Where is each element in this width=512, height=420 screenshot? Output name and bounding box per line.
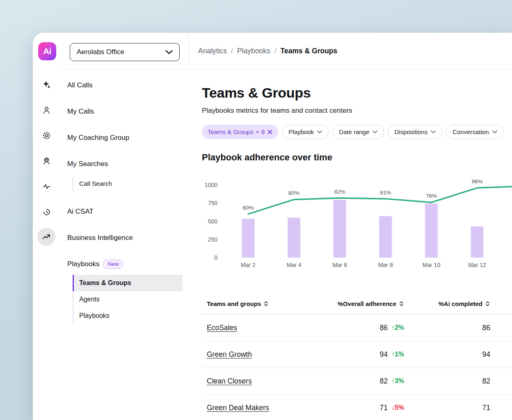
header-divider [189,33,189,69]
ai-completed-cell: 71 [404,404,490,412]
team-link[interactable]: Clean Closers [207,377,252,385]
sidebar-item-playbooks[interactable]: Playbooks New [67,257,123,272]
table-body: EcoSales86↑2%86Green Growth94↑1%94Clean … [202,315,512,420]
adherence-cell: 82↑3% [318,377,404,386]
breadcrumb: Analytics / Playbooks / Teams & Groups [198,33,337,69]
breadcrumb-current: Teams & Groups [281,47,338,55]
svg-text:0: 0 [214,254,217,261]
team-cell: Clean Closers [202,377,318,386]
chip-label: Dispositions [394,128,427,135]
headset-icon[interactable] [41,156,51,166]
chip-label: Date range [339,128,369,135]
sort-icon [399,301,404,307]
sidebar-item-call-search[interactable]: Call Search [73,176,183,192]
chip-label: Playbook [288,128,314,135]
chevron-down-icon [317,130,322,133]
column-label: %Ai completed [438,300,482,307]
adherence-change: ↑2% [391,324,404,331]
adherence-value: 86 [379,324,387,332]
svg-text:Mar 10: Mar 10 [423,262,441,268]
table-row: Green Deal Makers71↓5%71 [202,395,512,420]
svg-text:81%: 81% [380,189,391,196]
breadcrumb-analytics[interactable]: Analytics [198,47,227,55]
close-icon[interactable] [267,130,272,135]
svg-text:76%: 76% [426,193,437,199]
adherence-cell: 71↓5% [318,404,404,412]
sidebar-item-my-searches[interactable]: My Searches [67,157,108,171]
svg-text:96%: 96% [471,179,482,185]
sidebar-subgroup-playbooks: Teams & Groups Agents Playbooks [73,275,183,325]
sidebar-item-teams-groups[interactable]: Teams & Groups [73,275,183,291]
filter-date-range[interactable]: Date range [332,125,384,139]
sort-ai-completed-button[interactable]: %Ai completed [404,300,490,307]
filter-bar: Teams & Groups • 8 Playbook Date range D… [202,125,512,139]
chevron-down-icon [373,130,377,133]
team-cell: EcoSales [202,324,318,332]
ai-completed-cell: 86 [404,324,490,332]
page-subtitle: Playbooks metrics for teams and contact … [202,107,352,115]
breadcrumb-playbooks[interactable]: Playbooks [237,47,270,55]
svg-text:Mar 6: Mar 6 [332,262,347,268]
filter-playbook[interactable]: Playbook [282,125,329,139]
main-content: Teams & Groups Playbooks metrics for tea… [189,70,512,420]
adherence-chart: 02505007501000Mar 2Mar 4Mar 6Mar 8Mar 10… [200,179,512,277]
chip-count: 8 [261,128,265,135]
table-header: Teams and groups %Overall adherence %Ai … [202,293,512,315]
sidebar-item-business-intelligence[interactable]: Business Intelligence [67,231,133,245]
adherence-value: 71 [379,404,387,412]
chart-heading: Playbook adherence over time [202,152,332,163]
top-header: Aerolabs Office Analytics / Playbooks / … [60,33,512,70]
teams-table: Teams and groups %Overall adherence %Ai … [202,293,512,420]
sidebar-item-playbooks-child[interactable]: Playbooks [73,308,183,324]
app-logo[interactable]: Ai [38,42,56,60]
adherence-value: 82 [379,377,387,386]
trending-up-icon[interactable] [37,228,55,246]
user-icon[interactable] [41,105,51,115]
sort-icon [485,301,490,307]
sidebar-subgroup-my-searches: Call Search [73,176,183,192]
chip-label: Conversation [453,128,489,135]
table-row: Clean Closers82↑3%82 [202,368,512,395]
gear-icon[interactable] [41,130,51,140]
team-link[interactable]: Green Growth [207,350,252,358]
workspace-name: Aerolabs Office [77,48,124,56]
active-filter-chip[interactable]: Teams & Groups • 8 [202,125,278,139]
team-link[interactable]: Green Deal Makers [207,404,269,412]
sidebar-item-my-coaching-group[interactable]: My Coaching Group [67,130,129,145]
sort-adherence-button[interactable]: %Overall adherence [318,300,404,307]
sidebar-item-label: Playbooks [67,257,99,272]
svg-text:Mar 8: Mar 8 [378,262,393,268]
sort-icon [263,301,269,307]
svg-text:750: 750 [208,200,218,206]
filter-conversation[interactable]: Conversation [446,125,503,139]
filter-dispositions[interactable]: Dispositions [388,125,442,139]
sidebar-item-all-calls[interactable]: All Calls [67,78,92,93]
sidebar-item-my-calls[interactable]: My Calls [67,104,94,119]
chevron-down-icon [431,130,436,133]
svg-text:Mar 4: Mar 4 [287,262,302,268]
chevron-down-icon [165,50,173,54]
history-icon[interactable] [41,207,51,217]
adherence-change: ↑3% [391,377,404,385]
svg-text:Mar 12: Mar 12 [468,262,486,268]
breadcrumb-separator: / [231,47,233,55]
sparkle-icon[interactable] [41,80,51,89]
team-cell: Green Deal Makers [202,404,318,412]
svg-text:500: 500 [208,218,218,225]
icon-rail: Ai [33,33,60,420]
breadcrumb-separator: / [274,47,277,55]
sort-teams-button[interactable]: Teams and groups [202,300,318,307]
chip-label: Teams & Groups [208,128,254,135]
adherence-change: ↓5% [391,404,404,411]
activity-icon[interactable] [41,181,51,191]
svg-text:250: 250 [208,236,218,243]
team-link[interactable]: EcoSales [207,324,237,332]
ai-completed-cell: 94 [404,350,490,359]
workspace-dropdown[interactable]: Aerolabs Office [70,43,180,61]
svg-text:80%: 80% [288,190,299,196]
svg-text:Mar 2: Mar 2 [241,262,256,268]
app-window: Ai [33,33,512,420]
ai-completed-cell: 82 [404,377,490,386]
sidebar-item-agents[interactable]: Agents [73,291,183,308]
sidebar-item-ai-csat[interactable]: Ai CSAT [67,204,94,219]
